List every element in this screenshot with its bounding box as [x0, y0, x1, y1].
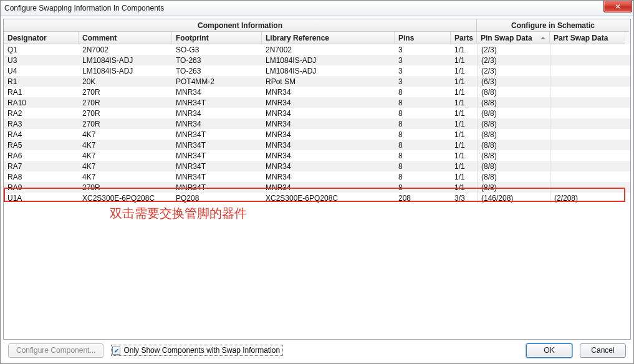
- cell-foot: MNR34T: [172, 161, 262, 171]
- cell-part: [550, 44, 625, 55]
- cell-part: [550, 65, 625, 76]
- cell-com: 4K7: [79, 161, 172, 171]
- cell-des: RA5: [4, 140, 79, 150]
- table-row[interactable]: U3LM1084IS-ADJTO-263LM1084IS-ADJ31/1(2/3…: [4, 55, 630, 65]
- table-row[interactable]: U1AXC2S300E-6PQ208CPQ208XC2S300E-6PQ208C…: [4, 193, 630, 203]
- cell-pin: (2/3): [477, 65, 550, 76]
- cell-foot: MNR34T: [172, 150, 262, 161]
- cell-pin: (2/3): [477, 55, 550, 65]
- cell-parts: 1/1: [451, 108, 477, 118]
- cell-pin: (8/8): [477, 129, 550, 140]
- cell-pins: 3: [395, 65, 451, 76]
- cell-part: [550, 140, 625, 150]
- cell-pins: 8: [395, 150, 451, 161]
- cell-lib: MNR34: [262, 150, 395, 161]
- cell-pins: 3: [395, 44, 451, 55]
- component-grid[interactable]: Component Information Configure in Schem…: [3, 19, 631, 340]
- cell-foot: TO-263: [172, 65, 262, 76]
- cell-pin: (6/3): [477, 76, 550, 87]
- cell-com: 4K7: [79, 171, 172, 182]
- cell-parts: 1/1: [451, 44, 477, 55]
- cell-part: [550, 108, 625, 118]
- col-designator[interactable]: Designator: [4, 32, 79, 44]
- cell-com: 4K7: [79, 150, 172, 161]
- cell-lib: 2N7002: [262, 44, 395, 55]
- cell-lib: XC2S300E-6PQ208C: [262, 193, 395, 203]
- close-icon: ✕: [615, 3, 620, 10]
- cell-foot: MNR34: [172, 87, 262, 97]
- table-row[interactable]: RA64K7MNR34TMNR3481/1(8/8): [4, 150, 630, 161]
- titlebar[interactable]: Configure Swapping Information In Compon…: [1, 1, 633, 16]
- cell-des: Q1: [4, 44, 79, 55]
- cell-com: 270R: [79, 108, 172, 118]
- table-row[interactable]: RA10270RMNR34TMNR3481/1(8/8): [4, 97, 630, 108]
- table-row[interactable]: RA84K7MNR34TMNR3481/1(8/8): [4, 171, 630, 182]
- col-footprint[interactable]: Footprint: [172, 32, 262, 44]
- table-row[interactable]: RA54K7MNR34TMNR3481/1(8/8): [4, 140, 630, 150]
- col-parts[interactable]: Parts: [451, 32, 477, 44]
- table-row[interactable]: RA3270RMNR34MNR3481/1(8/8): [4, 118, 630, 129]
- close-button[interactable]: ✕: [603, 1, 632, 12]
- cell-des: U4: [4, 65, 79, 76]
- grid-body[interactable]: Q12N7002SO-G32N700231/1(2/3)U3LM1084IS-A…: [4, 44, 630, 339]
- cell-parts: 1/1: [451, 87, 477, 97]
- column-header-row: Designator Comment Footprint Library Ref…: [4, 32, 630, 44]
- cell-lib: MNR34: [262, 87, 395, 97]
- cell-parts: 1/1: [451, 182, 477, 193]
- cell-part: [550, 55, 625, 65]
- cell-des: U1A: [4, 193, 79, 203]
- table-row[interactable]: U4LM1084IS-ADJTO-263LM1084IS-ADJ31/1(2/3…: [4, 65, 630, 76]
- cell-com: 2N7002: [79, 44, 172, 55]
- cell-pin: (8/8): [477, 171, 550, 182]
- cell-des: RA9: [4, 182, 79, 193]
- group-header-row: Component Information Configure in Schem…: [4, 19, 630, 32]
- cell-part: [550, 161, 625, 171]
- cell-pin: (8/8): [477, 140, 550, 150]
- titlebar-buttons: ✕: [603, 1, 633, 16]
- col-comment[interactable]: Comment: [79, 32, 172, 44]
- cell-des: RA7: [4, 161, 79, 171]
- cell-foot: MNR34T: [172, 182, 262, 193]
- cell-part: (2/208): [550, 193, 625, 203]
- cell-part: [550, 171, 625, 182]
- cell-lib: MNR34: [262, 129, 395, 140]
- col-libref[interactable]: Library Reference: [262, 32, 395, 44]
- cell-foot: MNR34: [172, 108, 262, 118]
- group-header-compinfo[interactable]: Component Information: [4, 19, 477, 32]
- table-row[interactable]: RA74K7MNR34TMNR3481/1(8/8): [4, 161, 630, 171]
- cancel-button[interactable]: Cancel: [580, 343, 626, 358]
- only-show-swap-checkbox[interactable]: ✔ Only Show Components with Swap Informa…: [111, 345, 283, 356]
- cell-des: RA1: [4, 87, 79, 97]
- cell-parts: 1/1: [451, 129, 477, 140]
- cell-parts: 1/1: [451, 118, 477, 129]
- table-row[interactable]: RA9270RMNR34TMNR3481/1(8/8): [4, 182, 630, 193]
- table-row[interactable]: RA1270RMNR34MNR3481/1(8/8): [4, 87, 630, 97]
- col-pinswap[interactable]: Pin Swap Data: [477, 32, 550, 44]
- cell-pins: 8: [395, 161, 451, 171]
- table-row[interactable]: RA2270RMNR34MNR3481/1(8/8): [4, 108, 630, 118]
- ok-button[interactable]: OK: [526, 343, 572, 358]
- cell-lib: MNR34: [262, 108, 395, 118]
- cell-foot: SO-G3: [172, 44, 262, 55]
- table-row[interactable]: R120KPOT4MM-2RPot SM31/1(6/3): [4, 76, 630, 87]
- dialog-window: Configure Swapping Information In Compon…: [0, 0, 634, 364]
- cell-pin: (8/8): [477, 108, 550, 118]
- cell-des: R1: [4, 76, 79, 87]
- cell-parts: 1/1: [451, 55, 477, 65]
- footer: Configure Component... ✔ Only Show Compo…: [3, 340, 631, 361]
- table-row[interactable]: Q12N7002SO-G32N700231/1(2/3): [4, 44, 630, 55]
- cell-pins: 8: [395, 118, 451, 129]
- table-row[interactable]: RA44K7MNR34TMNR3481/1(8/8): [4, 129, 630, 140]
- cell-lib: MNR34: [262, 161, 395, 171]
- col-pins[interactable]: Pins: [395, 32, 451, 44]
- cell-des: U3: [4, 55, 79, 65]
- checkbox-label: Only Show Components with Swap Informati…: [123, 346, 280, 355]
- cell-com: 4K7: [79, 140, 172, 150]
- configure-component-button: Configure Component...: [8, 343, 103, 358]
- cell-foot: MNR34T: [172, 97, 262, 108]
- group-header-config[interactable]: Configure in Schematic: [477, 19, 629, 32]
- cell-com: LM1084IS-ADJ: [79, 55, 172, 65]
- col-partswap[interactable]: Part Swap Data: [550, 32, 625, 44]
- cell-foot: MNR34T: [172, 171, 262, 182]
- cell-foot: MNR34T: [172, 140, 262, 150]
